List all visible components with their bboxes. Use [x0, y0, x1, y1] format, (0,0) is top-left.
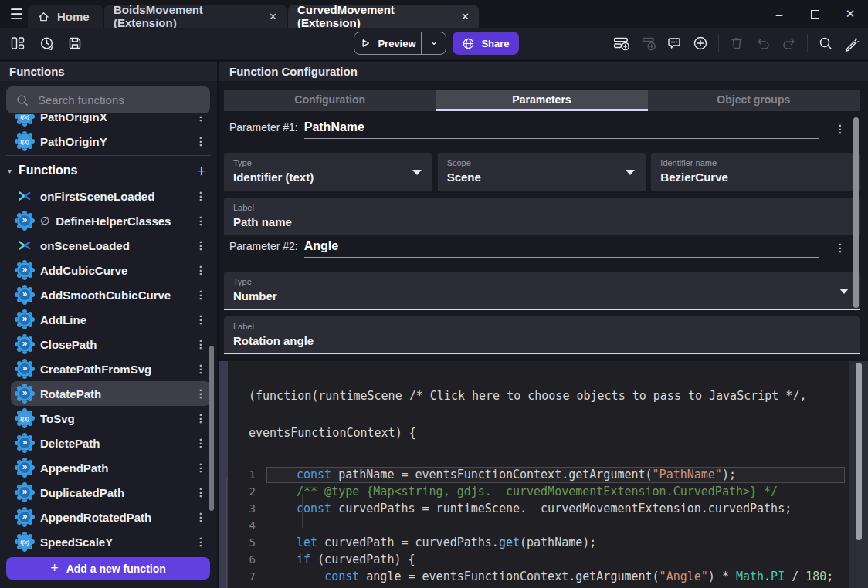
parameter-1-identifier-input[interactable]: Identifier name BezierCurve [651, 153, 860, 191]
add-subevent-button[interactable] [639, 35, 656, 52]
add-new-function-button[interactable]: + Add a new function [6, 557, 210, 580]
function-item-CreatePathFromSvg[interactable]: »CreatePathFromSvg⋮ [11, 357, 211, 381]
code-line-1[interactable]: 1const pathName = eventsFunctionContext.… [228, 466, 849, 483]
function-item-SpeedScaleY[interactable]: f(x)SpeedScaleY⋮ [11, 529, 211, 554]
item-menu-button[interactable]: ⋮ [195, 136, 206, 147]
preview-dropdown-button[interactable] [422, 38, 446, 49]
item-menu-button[interactable]: ⋮ [195, 388, 206, 399]
parameters-scrollbar[interactable] [853, 117, 859, 308]
minimize-button[interactable]: – [761, 0, 797, 28]
tab-configuration[interactable]: Configuration [224, 90, 436, 111]
add-function-plus-button[interactable]: + [197, 163, 206, 179]
item-menu-button[interactable]: ⋮ [195, 191, 206, 201]
parameter-1-menu-button[interactable]: ⋮ [832, 123, 848, 134]
tab-object-groups[interactable]: Object groups [648, 90, 860, 111]
item-menu-button[interactable]: ⋮ [195, 240, 206, 251]
function-item-AppendRotatedPath[interactable]: »AppendRotatedPath⋮ [11, 505, 211, 529]
trash-icon [729, 35, 744, 51]
parameter-1-type-select[interactable]: Type Identifier (text) [224, 153, 432, 191]
choose-add-button[interactable] [692, 35, 709, 52]
sidebar-scrollbar[interactable] [209, 346, 214, 511]
search-functions-input[interactable]: Search functions [6, 86, 210, 113]
function-item-label: PathOriginX [40, 114, 188, 123]
maximize-button[interactable] [797, 0, 832, 28]
close-icon[interactable]: ✕ [461, 11, 470, 22]
tab-home-label: Home [57, 10, 90, 23]
function-item-RotatePath[interactable]: »RotatePath⋮ [11, 381, 211, 406]
tab-home[interactable]: Home [28, 5, 103, 28]
function-item-onFirstSceneLoaded[interactable]: onFirstSceneLoaded⋮ [11, 184, 211, 208]
function-item-AppendPath[interactable]: »AppendPath⋮ [11, 455, 211, 480]
version-history-button[interactable] [38, 35, 55, 52]
item-menu-button[interactable]: ⋮ [195, 114, 206, 122]
function-item-AddLine[interactable]: »AddLine⋮ [11, 307, 211, 332]
parameter-2-menu-button[interactable]: ⋮ [832, 242, 848, 253]
parameter-2-type-select[interactable]: Type Number [224, 272, 860, 310]
tab-parameters[interactable]: Parameters [436, 90, 647, 111]
collapse-triangle-icon[interactable]: ▾ [8, 167, 12, 175]
action-function-icon: » [17, 287, 32, 302]
function-item-DefineHelperClasses[interactable]: »∅DefineHelperClasses⋮ [11, 208, 211, 233]
item-menu-button[interactable]: ⋮ [195, 339, 206, 350]
redo-button[interactable] [781, 35, 798, 52]
function-item-AddCubicCurve[interactable]: »AddCubicCurve⋮ [11, 258, 211, 282]
open-panels-button[interactable] [9, 35, 26, 52]
function-item-ClosePath[interactable]: »ClosePath⋮ [11, 332, 211, 357]
code-block[interactable]: (function(runtimeScene /* Click here to … [228, 361, 849, 588]
code-line-2[interactable]: 2/** @type {Map<string, gdjs.__curvedMov… [228, 483, 849, 500]
parameter-1-scope-select[interactable]: Scope Scene [438, 153, 646, 191]
item-menu-button[interactable]: ⋮ [195, 289, 206, 300]
main-menu-button[interactable]: ☰ [6, 4, 26, 24]
item-menu-button[interactable]: ⋮ [195, 265, 206, 275]
function-item-AddSmoothCubicCurve[interactable]: »AddSmoothCubicCurve⋮ [11, 282, 211, 307]
parameter-1-name-input[interactable]: PathName [304, 120, 819, 139]
code-scrollbar-thumb[interactable] [856, 363, 862, 540]
close-window-button[interactable]: ✕ [832, 0, 868, 28]
function-item-PathOriginY[interactable]: f(x)PathOriginY⋮ [11, 129, 211, 154]
parameter-2-name-input[interactable]: Angle [304, 239, 819, 258]
item-menu-button[interactable]: ⋮ [195, 215, 206, 226]
share-button[interactable]: Share [453, 32, 519, 55]
tab-curvedmovement[interactable]: CurvedMovement (Extension) ✕ [288, 5, 479, 28]
item-menu-button[interactable]: ⋮ [195, 438, 206, 448]
edit-tool-button[interactable] [843, 35, 860, 52]
function-item-onSceneLoaded[interactable]: onSceneLoaded⋮ [11, 233, 211, 258]
item-menu-button[interactable]: ⋮ [195, 413, 206, 424]
item-menu-button[interactable]: ⋮ [195, 512, 206, 522]
save-button[interactable] [66, 35, 83, 52]
function-item-DuplicatedPath[interactable]: »DuplicatedPath⋮ [11, 480, 211, 505]
close-icon[interactable]: ✕ [269, 11, 277, 22]
tab-parameters-label: Parameters [512, 93, 571, 106]
preview-main[interactable]: Preview [354, 37, 421, 49]
code-line-8[interactable]: 8 curvedPath.rotate(angle); [228, 585, 849, 588]
functions-section-header[interactable]: ▾Functions+ [0, 157, 217, 184]
function-item-PathOriginX[interactable]: f(x)PathOriginX⋮ [11, 114, 211, 129]
function-item-ToSvg[interactable]: f(x)ToSvg⋮ [11, 406, 211, 431]
parameter-1-label-input[interactable]: Label Path name [224, 198, 860, 235]
tab-boidsmovement[interactable]: BoidsMovement (Extension) ✕ [104, 5, 287, 28]
code-scrollbar-track[interactable] [849, 361, 868, 588]
code-header[interactable]: (function(runtimeScene /* Click here to … [228, 361, 849, 464]
delete-button[interactable] [728, 35, 745, 52]
item-menu-button[interactable]: ⋮ [195, 536, 206, 547]
function-item-DeletePath[interactable]: »DeletePath⋮ [11, 431, 211, 455]
code-line-4[interactable]: 4 [228, 517, 849, 534]
close-icon: ✕ [846, 7, 856, 21]
search-icon [818, 35, 833, 51]
item-menu-button[interactable]: ⋮ [195, 314, 206, 325]
field-value: BezierCurve [660, 171, 850, 184]
parameter-2-label-input[interactable]: Label Rotation angle [224, 316, 860, 354]
item-menu-button[interactable]: ⋮ [195, 363, 206, 374]
item-menu-button[interactable]: ⋮ [195, 487, 206, 498]
add-comment-button[interactable] [666, 35, 683, 52]
item-menu-button[interactable]: ⋮ [195, 462, 206, 473]
code-line-6[interactable]: 6if (curvedPath) { [228, 551, 849, 568]
parameters-panel: Parameter #1: PathName ⋮ Type Identifier… [219, 110, 868, 357]
collapse-caret-icon[interactable]: ^ [527, 569, 546, 581]
code-line-5[interactable]: 5let curvedPath = curvedPaths.get(pathNa… [228, 534, 849, 551]
preview-button[interactable]: Preview [354, 32, 446, 55]
add-event-button[interactable] [613, 35, 630, 52]
undo-button[interactable] [754, 35, 771, 52]
code-line-3[interactable]: 3const curvedPaths = runtimeScene.__curv… [228, 500, 849, 517]
search-events-button[interactable] [817, 35, 834, 52]
